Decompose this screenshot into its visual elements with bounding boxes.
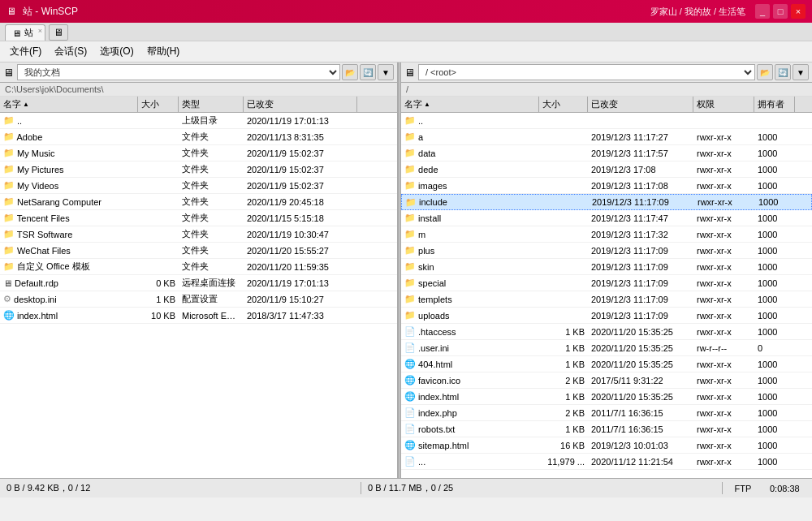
list-item[interactable]: 🖥 Default.rdp 0 KB 远程桌面连接 2020/11/19 17:…: [0, 275, 397, 291]
menu-session[interactable]: 会话(S): [50, 43, 92, 60]
menu-help[interactable]: 帮助(H): [142, 43, 185, 60]
right-panel: 🖥 / <root> 📂 🔄 ▼ / 名字▲ 大小 已改变 权限 拥有者 📁 .…: [401, 62, 812, 478]
left-file-list[interactable]: 📁 .. 上级目录 2020/11/19 17:01:13 📁 Adobe 文件…: [0, 113, 397, 478]
ftp-label: FTP: [723, 484, 763, 493]
list-item[interactable]: 📁 include 2019/12/3 11:17:09 rwxr-xr-x 1…: [401, 194, 812, 210]
status-time: 0:08:38: [763, 484, 812, 493]
list-item[interactable]: 🌐 favicon.ico 2 KB 2017/5/11 9:31:22 rwx…: [401, 372, 812, 389]
sort-arrow-icon-right: ▲: [424, 101, 430, 108]
list-item[interactable]: 📁 dede 2019/12/3 17:08 rwxr-xr-x 1000: [401, 161, 812, 178]
right-col-owner[interactable]: 拥有者: [754, 97, 795, 112]
list-item[interactable]: 🌐 sitemap.html 16 KB 2019/12/3 10:01:03 …: [401, 437, 812, 454]
list-item[interactable]: 📁 a 2019/12/3 11:17:27 rwxr-xr-x 1000: [401, 129, 812, 145]
main-area: 🖥 我的文档 📂 🔄 ▼ C:\Users\jok\Documents\ 名字▲…: [0, 62, 812, 478]
right-col-date[interactable]: 已改变: [588, 97, 693, 112]
sort-arrow-icon: ▲: [23, 101, 29, 108]
session-tab-icon: 🖥: [12, 28, 21, 38]
list-item[interactable]: 📁 .. 上级目录 2020/11/19 17:01:13: [0, 113, 397, 129]
right-filter-button[interactable]: ▼: [793, 64, 809, 80]
list-item[interactable]: 📄 .htaccess 1 KB 2020/11/20 15:35:25 rwx…: [401, 324, 812, 340]
left-panel: 🖥 我的文档 📂 🔄 ▼ C:\Users\jok\Documents\ 名字▲…: [0, 62, 398, 478]
list-item[interactable]: 📄 ... 11,979 ... 2020/11/12 11:21:54 rwx…: [401, 454, 812, 470]
list-item[interactable]: 📄 robots.txt 1 KB 2011/7/1 16:36:15 rwxr…: [401, 421, 812, 437]
left-path-combo[interactable]: 我的文档: [17, 64, 340, 80]
menu-file[interactable]: 文件(F): [5, 43, 46, 60]
left-path-label: C:\Users\jok\Documents\: [0, 83, 397, 97]
list-item[interactable]: 📁 images 2019/12/3 11:17:08 rwxr-xr-x 10…: [401, 178, 812, 194]
maximize-button[interactable]: □: [773, 4, 788, 19]
left-col-date[interactable]: 已改变: [244, 97, 357, 112]
left-col-name[interactable]: 名字▲: [0, 97, 138, 112]
list-item[interactable]: 📁 templets 2019/12/3 11:17:09 rwxr-xr-x …: [401, 291, 812, 308]
list-item[interactable]: 📁 uploads 2019/12/3 11:17:09 rwxr-xr-x 1…: [401, 308, 812, 324]
right-path-combo[interactable]: / <root>: [418, 64, 755, 80]
left-col-type[interactable]: 类型: [179, 97, 244, 112]
session-tabs-bar: 🖥 站 × 🖥: [0, 23, 812, 41]
left-col-header: 名字▲ 大小 类型 已改变: [0, 97, 397, 113]
add-session-button[interactable]: 🖥: [49, 24, 68, 41]
window-title: 站 - WinSCP: [23, 5, 78, 19]
right-panel-header: 🖥 / <root> 📂 🔄 ▼: [401, 62, 812, 83]
list-item[interactable]: 📁 自定义 Office 模板 文件夹 2020/11/20 11:59:35: [0, 259, 397, 275]
list-item[interactable]: 🌐 index.html 1 KB 2020/11/20 15:35:25 rw…: [401, 389, 812, 405]
left-panel-header: 🖥 我的文档 📂 🔄 ▼: [0, 62, 397, 83]
status-bar: 0 B / 9.42 KB，0 / 12 0 B / 11.7 MB，0 / 2…: [0, 478, 812, 497]
left-browse-button[interactable]: 📂: [342, 64, 358, 80]
right-col-header: 名字▲ 大小 已改变 权限 拥有者: [401, 97, 812, 113]
app-icon: 🖥: [6, 6, 16, 17]
right-col-size[interactable]: 大小: [539, 97, 588, 112]
title-bar-right: 罗家山 / 我的故 / 生活笔 _ □ ×: [650, 4, 806, 19]
right-status: 0 B / 11.7 MB，0 / 25: [361, 482, 723, 494]
list-item[interactable]: 📁 My Pictures 文件夹 2020/11/9 15:02:37: [0, 161, 397, 178]
list-item[interactable]: 📁 My Videos 文件夹 2020/11/9 15:02:37: [0, 178, 397, 194]
list-item[interactable]: 📄 index.php 2 KB 2011/7/1 16:36:15 rwxr-…: [401, 405, 812, 421]
right-panel-icon: 🖥: [404, 67, 415, 79]
left-status: 0 B / 9.42 KB，0 / 12: [0, 482, 361, 494]
title-bar-left: 🖥 站 - WinSCP: [6, 5, 78, 19]
title-bar: 🖥 站 - WinSCP 罗家山 / 我的故 / 生活笔 _ □ ×: [0, 0, 812, 23]
left-refresh-button[interactable]: 🔄: [360, 64, 376, 80]
list-item[interactable]: 📁 ..: [401, 113, 812, 129]
left-filter-button[interactable]: ▼: [378, 64, 394, 80]
list-item[interactable]: 📁 m 2019/12/3 11:17:32 rwxr-xr-x 1000: [401, 226, 812, 243]
close-button[interactable]: ×: [791, 4, 806, 19]
session-tab-label: 站: [24, 27, 33, 39]
list-item[interactable]: 🌐 index.html 10 KB Microsoft Edge ... 20…: [0, 308, 397, 324]
list-item[interactable]: 📁 install 2019/12/3 11:17:47 rwxr-xr-x 1…: [401, 210, 812, 226]
list-item[interactable]: 📁 WeChat Files 文件夹 2020/11/20 15:55:27: [0, 243, 397, 259]
list-item[interactable]: 📁 plus 2019/12/3 11:17:09 rwxr-xr-x 1000: [401, 243, 812, 259]
session-tab[interactable]: 🖥 站 ×: [5, 24, 45, 41]
right-refresh-button[interactable]: 🔄: [775, 64, 791, 80]
minimize-button[interactable]: _: [755, 4, 770, 19]
list-item[interactable]: 📁 data 2019/12/3 11:17:57 rwxr-xr-x 1000: [401, 145, 812, 161]
list-item[interactable]: 📄 .user.ini 1 KB 2020/11/20 15:35:25 rw-…: [401, 340, 812, 356]
right-file-list[interactable]: 📁 .. 📁 a 2019/12/3 11:17:27 rwxr-xr-x 10…: [401, 113, 812, 478]
list-item[interactable]: 📁 special 2019/12/3 11:17:09 rwxr-xr-x 1…: [401, 275, 812, 291]
session-tab-close[interactable]: ×: [38, 27, 42, 35]
list-item[interactable]: 📁 TSR Software 文件夹 2020/11/19 10:30:47: [0, 226, 397, 243]
list-item[interactable]: 📁 My Music 文件夹 2020/11/9 15:02:37: [0, 145, 397, 161]
list-item[interactable]: 🌐 404.html 1 KB 2020/11/20 15:35:25 rwxr…: [401, 356, 812, 372]
list-item[interactable]: 📁 Adobe 文件夹 2020/11/13 8:31:35: [0, 129, 397, 145]
right-links: 罗家山 / 我的故 / 生活笔: [650, 6, 745, 18]
right-col-name[interactable]: 名字▲: [401, 97, 539, 112]
left-panel-icon: 🖥: [3, 67, 14, 79]
menu-bar: 文件(F) 会话(S) 选项(O) 帮助(H): [0, 41, 812, 62]
menu-options[interactable]: 选项(O): [95, 43, 138, 60]
list-item[interactable]: ⚙ desktop.ini 1 KB 配置设置 2020/11/9 15:10:…: [0, 291, 397, 308]
list-item[interactable]: 📁 Tencent Files 文件夹 2020/11/15 5:15:18: [0, 210, 397, 226]
right-col-perm[interactable]: 权限: [693, 97, 754, 112]
right-browse-button[interactable]: 📂: [757, 64, 773, 80]
left-col-size[interactable]: 大小: [138, 97, 179, 112]
list-item[interactable]: 📁 skin 2019/12/3 11:17:09 rwxr-xr-x 1000: [401, 259, 812, 275]
right-path-label: /: [401, 83, 812, 97]
list-item[interactable]: 📁 NetSarang Computer 文件夹 2020/11/9 20:45…: [0, 194, 397, 210]
